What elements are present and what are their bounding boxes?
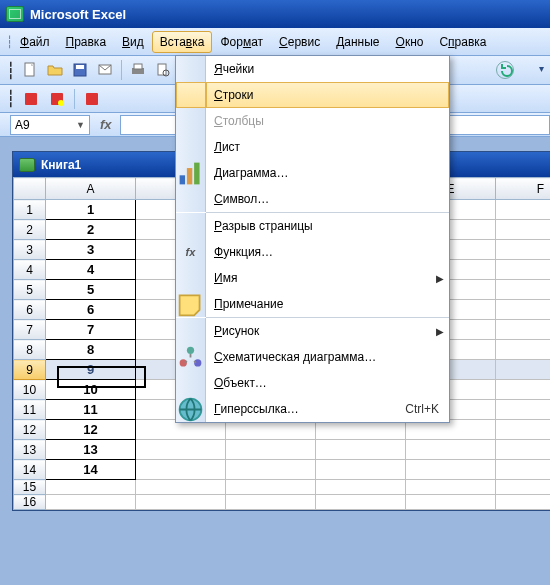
menu-item-ячейки[interactable]: Ячейки — [176, 56, 449, 82]
menu-item-схематическаядиаграмма[interactable]: Схематическая диаграмма… — [176, 344, 449, 370]
cell[interactable] — [496, 400, 551, 420]
row-header[interactable]: 14 — [14, 460, 46, 480]
menu-item-разрывстраницы[interactable]: Разрыв страницы — [176, 213, 449, 239]
cell[interactable]: 5 — [46, 280, 136, 300]
cell[interactable] — [406, 495, 496, 510]
cell[interactable] — [496, 260, 551, 280]
cell[interactable] — [496, 340, 551, 360]
name-box[interactable]: A9 ▼ — [10, 115, 90, 135]
cell[interactable] — [226, 460, 316, 480]
row-header[interactable]: 5 — [14, 280, 46, 300]
cell[interactable] — [496, 440, 551, 460]
cell[interactable]: 7 — [46, 320, 136, 340]
cell[interactable]: 8 — [46, 340, 136, 360]
print-button[interactable] — [127, 59, 149, 81]
cell[interactable] — [316, 480, 406, 495]
menu-item-символ[interactable]: Символ… — [176, 186, 449, 212]
cell[interactable]: 10 — [46, 380, 136, 400]
cell[interactable] — [136, 495, 226, 510]
open-button[interactable] — [44, 59, 66, 81]
toolbar-handle-icon[interactable]: ┆ — [6, 89, 16, 108]
toolbar-overflow-icon[interactable]: ▾ — [539, 63, 544, 74]
menu-формат[interactable]: Формат — [212, 31, 271, 53]
cell[interactable] — [136, 460, 226, 480]
cell[interactable] — [496, 280, 551, 300]
cell[interactable] — [316, 440, 406, 460]
cell[interactable] — [226, 495, 316, 510]
row-header[interactable]: 13 — [14, 440, 46, 460]
toolbar-handle-icon[interactable]: ┆ — [6, 61, 16, 80]
menu-окно[interactable]: Окно — [388, 31, 432, 53]
menu-item-объект[interactable]: Объект… — [176, 370, 449, 396]
save-button[interactable] — [69, 59, 91, 81]
row-header[interactable]: 9 — [14, 360, 46, 380]
cell[interactable] — [406, 460, 496, 480]
menu-item-имя[interactable]: Имя▶ — [176, 265, 449, 291]
cell[interactable] — [46, 495, 136, 510]
row-header[interactable]: 8 — [14, 340, 46, 360]
cell[interactable] — [496, 420, 551, 440]
mail-button[interactable] — [94, 59, 116, 81]
cell[interactable] — [136, 440, 226, 460]
menu-правка[interactable]: Правка — [58, 31, 115, 53]
cell[interactable] — [226, 480, 316, 495]
menu-item-примечание[interactable]: Примечание — [176, 291, 449, 317]
cell[interactable] — [496, 360, 551, 380]
cell[interactable] — [136, 480, 226, 495]
cell[interactable]: 11 — [46, 400, 136, 420]
cell[interactable] — [496, 200, 551, 220]
cell[interactable] — [316, 495, 406, 510]
menu-справка[interactable]: Справка — [431, 31, 494, 53]
cell[interactable] — [496, 380, 551, 400]
row-header[interactable]: 12 — [14, 420, 46, 440]
menu-данные[interactable]: Данные — [328, 31, 387, 53]
row-header[interactable]: 3 — [14, 240, 46, 260]
cell[interactable] — [496, 240, 551, 260]
cell[interactable] — [496, 320, 551, 340]
row-header[interactable]: 4 — [14, 260, 46, 280]
menu-вид[interactable]: Вид — [114, 31, 152, 53]
menu-сервис[interactable]: Сервис — [271, 31, 328, 53]
cell[interactable]: 4 — [46, 260, 136, 280]
cell[interactable] — [496, 480, 551, 495]
name-box-dropdown-icon[interactable]: ▼ — [76, 120, 85, 130]
row-header[interactable]: 7 — [14, 320, 46, 340]
menu-файл[interactable]: Файл — [12, 31, 58, 53]
undo-icon[interactable] — [496, 61, 514, 79]
menu-item-функция[interactable]: fxФункция… — [176, 239, 449, 265]
cell[interactable] — [496, 495, 551, 510]
preview-button[interactable] — [152, 59, 174, 81]
pdf-mail-icon[interactable] — [46, 88, 68, 110]
cell[interactable] — [406, 440, 496, 460]
cell[interactable]: 9 — [46, 360, 136, 380]
row-header[interactable]: 15 — [14, 480, 46, 495]
pdf-icon[interactable] — [20, 88, 42, 110]
cell[interactable] — [496, 460, 551, 480]
col-header-A[interactable]: A — [46, 178, 136, 200]
menu-item-гиперссылка[interactable]: Гиперссылка…Ctrl+K — [176, 396, 449, 422]
cell[interactable]: 13 — [46, 440, 136, 460]
toolbar-handle-icon[interactable]: ┆ — [4, 35, 12, 49]
cell[interactable] — [316, 460, 406, 480]
cell[interactable]: 14 — [46, 460, 136, 480]
menu-item-диаграмма[interactable]: Диаграмма… — [176, 160, 449, 186]
menu-вставка[interactable]: Вставка — [152, 31, 213, 53]
menu-item-строки[interactable]: Строки — [176, 82, 449, 108]
cell[interactable]: 1 — [46, 200, 136, 220]
cell[interactable] — [226, 440, 316, 460]
menu-item-лист[interactable]: Лист — [176, 134, 449, 160]
row-header[interactable]: 16 — [14, 495, 46, 510]
cell[interactable] — [406, 480, 496, 495]
select-all-cell[interactable] — [14, 178, 46, 200]
col-header-F[interactable]: F — [496, 178, 551, 200]
new-doc-button[interactable] — [19, 59, 41, 81]
cell[interactable] — [496, 220, 551, 240]
row-header[interactable]: 2 — [14, 220, 46, 240]
cell[interactable]: 6 — [46, 300, 136, 320]
cell[interactable] — [496, 300, 551, 320]
row-header[interactable]: 10 — [14, 380, 46, 400]
cell[interactable]: 2 — [46, 220, 136, 240]
settings-icon[interactable] — [81, 88, 103, 110]
row-header[interactable]: 11 — [14, 400, 46, 420]
fx-icon[interactable]: fx — [100, 117, 112, 132]
